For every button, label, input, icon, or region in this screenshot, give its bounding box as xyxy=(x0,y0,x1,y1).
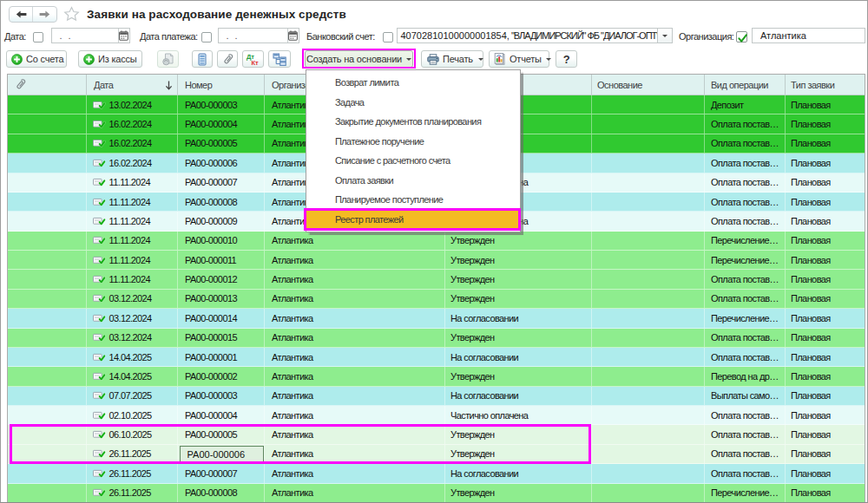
svg-text:Кт: Кт xyxy=(252,59,259,67)
